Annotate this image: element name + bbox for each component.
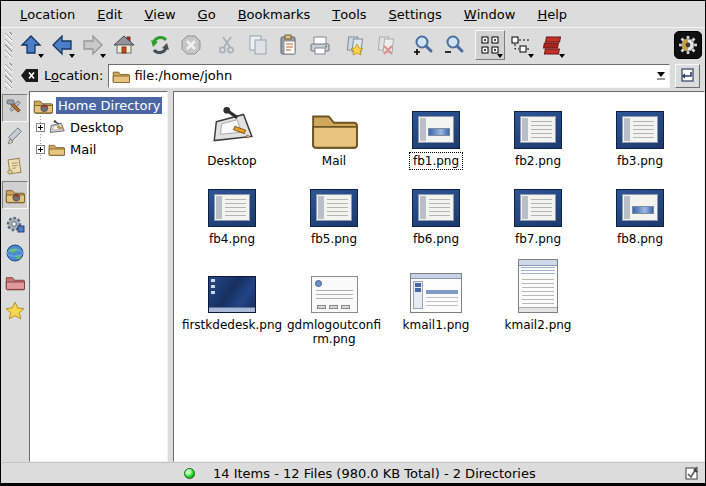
tree-item-mail[interactable]: Mail <box>32 138 167 160</box>
menu-settings[interactable]: Settings <box>378 1 453 27</box>
location-input[interactable]: file:/home/john <box>134 68 648 83</box>
file-label[interactable]: fb2.png <box>511 152 565 170</box>
multicolumn-view-button[interactable] <box>537 30 567 60</box>
copy-button-disabled[interactable] <box>243 30 273 60</box>
file-label[interactable]: Desktop <box>203 152 261 170</box>
menu-view[interactable]: View <box>133 1 186 27</box>
file-item[interactable]: fb6.png <box>385 177 487 248</box>
location-combobox[interactable]: file:/home/john <box>108 64 670 88</box>
menu-edit[interactable]: Edit <box>86 1 133 27</box>
paste-button[interactable] <box>274 30 304 60</box>
file-item[interactable]: Desktop <box>181 99 283 170</box>
file-label[interactable]: fb8.png <box>613 230 667 248</box>
tree-item-home-directory[interactable]: Home Directory <box>32 94 167 116</box>
star-icon <box>5 301 25 321</box>
sidebar-home-directory-button[interactable] <box>2 181 28 209</box>
globe-icon <box>5 243 25 263</box>
scissors-icon <box>216 34 238 56</box>
reload-button[interactable] <box>145 30 175 60</box>
kde-gear-icon <box>677 34 699 56</box>
menu-location[interactable]: Location <box>9 1 86 27</box>
menu-window[interactable]: Window <box>453 1 527 27</box>
file-item[interactable]: kmail2.png <box>487 255 589 348</box>
reload-icon <box>149 34 171 56</box>
expand-icon[interactable] <box>36 145 45 154</box>
multicolumn-view-dropdown-arrow[interactable] <box>559 54 565 58</box>
file-item[interactable]: fb1.png <box>385 99 487 170</box>
stop-button-disabled[interactable] <box>176 30 206 60</box>
papers-star-button[interactable] <box>341 30 371 60</box>
file-label[interactable]: Mail <box>318 152 350 170</box>
file-label[interactable]: kmail1.png <box>399 316 474 334</box>
sidebar-history-button[interactable] <box>2 152 28 180</box>
main-toolbar <box>1 27 705 61</box>
file-label[interactable]: kmail2.png <box>501 316 576 334</box>
tree-view-button[interactable] <box>506 30 536 60</box>
forward-dropdown-arrow[interactable] <box>100 54 106 58</box>
file-item[interactable]: fb3.png <box>589 99 691 170</box>
active-view-indicator-icon[interactable] <box>685 466 699 480</box>
file-item[interactable]: gdmlogoutconfirm.png <box>283 255 385 348</box>
menu-tools[interactable]: Tools <box>321 1 377 27</box>
file-label[interactable]: gdmlogoutconfirm.png <box>281 316 387 348</box>
file-item[interactable]: fb2.png <box>487 99 589 170</box>
file-item[interactable]: kmail1.png <box>385 255 487 348</box>
print-button[interactable] <box>305 30 335 60</box>
file-label[interactable]: firstkdedesk.png <box>178 316 286 334</box>
file-label[interactable]: fb3.png <box>613 152 667 170</box>
tree-item-label[interactable]: Home Directory <box>56 97 162 114</box>
file-label[interactable]: fb7.png <box>511 230 565 248</box>
up-button[interactable] <box>16 30 46 60</box>
icon-view-button[interactable] <box>475 30 505 60</box>
up-dropdown-arrow[interactable] <box>38 54 44 58</box>
papers-star-icon <box>345 34 367 56</box>
icon-view-dropdown-arrow[interactable] <box>497 54 503 58</box>
toolbar-grip[interactable] <box>5 32 12 58</box>
file-item[interactable]: fb7.png <box>487 177 589 248</box>
file-label[interactable]: fb6.png <box>409 230 463 248</box>
file-label[interactable]: fb5.png <box>307 230 361 248</box>
tree-view-dropdown-arrow[interactable] <box>528 54 534 58</box>
sidebar-services-button[interactable] <box>2 210 28 238</box>
location-toolbar: Location: file:/home/john <box>1 61 705 91</box>
sidebar-root-folder-button[interactable] <box>2 268 28 296</box>
file-item[interactable]: firstkdedesk.png <box>181 255 283 348</box>
menu-bookmarks[interactable]: Bookmarks <box>227 1 322 27</box>
file-label[interactable]: fb1.png <box>409 152 463 170</box>
back-dropdown-arrow[interactable] <box>69 54 75 58</box>
sidebar-bookmarks-button[interactable] <box>2 297 28 325</box>
file-icon-view[interactable]: Desktop Mail fb1.png <box>173 91 705 462</box>
zoom-out-button[interactable] <box>439 30 469 60</box>
sidebar-network-button[interactable] <box>2 239 28 267</box>
location-toolbar-grip[interactable] <box>5 63 12 89</box>
file-item[interactable]: Mail <box>283 99 385 170</box>
home-button[interactable] <box>109 30 139 60</box>
forward-button-disabled[interactable] <box>78 30 108 60</box>
back-button[interactable] <box>47 30 77 60</box>
tree-item-desktop[interactable]: Desktop <box>32 116 167 138</box>
cut-button-disabled[interactable] <box>212 30 242 60</box>
sidebar-pencil-button[interactable] <box>2 123 28 151</box>
folder-tree-panel: Home Directory Desktop <box>29 91 168 462</box>
tree-item-label[interactable]: Desktop <box>68 119 126 136</box>
papers-x-icon <box>376 34 398 56</box>
expand-icon[interactable] <box>36 123 45 132</box>
file-item[interactable]: fb8.png <box>589 177 691 248</box>
zoom-out-icon <box>443 34 465 56</box>
image-thumbnail <box>514 189 562 227</box>
tree-item-label[interactable]: Mail <box>68 141 98 158</box>
go-button[interactable] <box>675 64 700 88</box>
file-item[interactable]: fb5.png <box>283 177 385 248</box>
zoom-in-button[interactable] <box>408 30 438 60</box>
papers-x-button-disabled[interactable] <box>372 30 402 60</box>
file-label[interactable]: fb4.png <box>205 230 259 248</box>
menu-go[interactable]: Go <box>187 1 227 27</box>
home-icon <box>113 34 135 56</box>
menu-help[interactable]: Help <box>526 1 578 27</box>
file-item[interactable]: fb4.png <box>181 177 283 248</box>
sidebar-configure-button[interactable] <box>2 94 28 122</box>
konqueror-logo-button[interactable] <box>674 31 702 59</box>
tree-children: Desktop Mail <box>32 116 167 160</box>
clear-location-icon[interactable] <box>20 68 39 83</box>
location-dropdown-button[interactable] <box>652 66 669 86</box>
